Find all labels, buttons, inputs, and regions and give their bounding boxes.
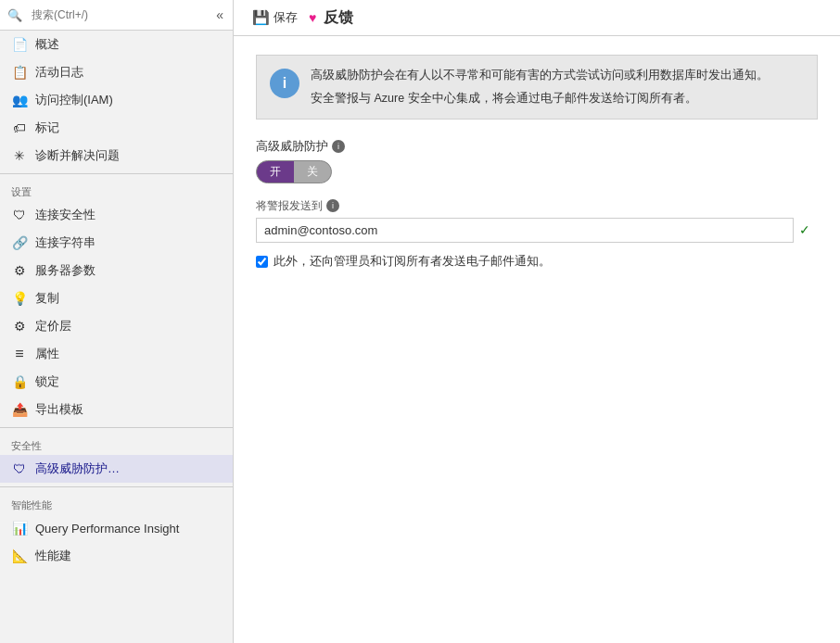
sidebar: 🔍 « 📄 概述 📋 活动日志 👥 访问控制(IAM) 🏷 标记 ✳ 诊断并解决… (0, 0, 234, 643)
connection-security-icon: 🛡 (11, 207, 28, 223)
page-title: 反馈 (324, 8, 353, 28)
sidebar-item-advanced-threat[interactable]: 🛡 高级威胁防护… (0, 455, 233, 483)
sidebar-item-perf-build[interactable]: 📐 性能建 (0, 542, 233, 570)
tags-icon: 🏷 (11, 120, 28, 136)
security-section-label: 安全性 (0, 432, 233, 455)
sidebar-item-properties[interactable]: ≡ 属性 (0, 340, 233, 368)
save-icon: 💾 (252, 9, 270, 26)
overview-icon: 📄 (11, 36, 28, 53)
notify-checkbox[interactable] (256, 256, 268, 268)
collapse-button[interactable]: « (214, 7, 225, 22)
perf-build-icon: 📐 (11, 548, 28, 564)
sidebar-item-tags[interactable]: 🏷 标记 (0, 114, 233, 142)
sidebar-item-iam[interactable]: 👥 访问控制(IAM) (0, 86, 233, 114)
content-area: i 高级威胁防护会在有人以不寻常和可能有害的方式尝试访问或利用数据库时发出通知。… (234, 36, 840, 643)
replication-icon: 💡 (11, 290, 28, 307)
threat-protection-info-icon[interactable]: i (332, 140, 345, 153)
toggle-off-option[interactable]: 关 (294, 161, 331, 183)
sidebar-search-bar[interactable]: 🔍 « (0, 0, 233, 31)
toggle-container: 开 关 (256, 160, 818, 183)
save-button[interactable]: 💾 保存 (248, 7, 301, 28)
toolbar: 💾 保存 ♥ 反馈 (234, 0, 840, 36)
advanced-threat-icon: 🛡 (11, 460, 28, 477)
toggle-on-option[interactable]: 开 (257, 161, 294, 183)
email-input-wrapper: ✓ (256, 218, 818, 243)
intelligence-section-label: 智能性能 (0, 491, 233, 514)
search-icon: 🔍 (7, 8, 22, 22)
iam-icon: 👥 (11, 92, 28, 108)
locks-icon: 🔒 (11, 373, 28, 390)
sidebar-item-pricing[interactable]: ⚙ 定价层 (0, 312, 233, 340)
info-banner: i 高级威胁防护会在有人以不寻常和可能有害的方式尝试访问或利用数据库时发出通知。… (256, 55, 818, 120)
sidebar-item-replication[interactable]: 💡 复制 (0, 284, 233, 312)
sidebar-item-locks[interactable]: 🔒 锁定 (0, 368, 233, 396)
export-template-icon: 📤 (11, 401, 28, 418)
info-icon: i (270, 69, 299, 98)
sidebar-item-connection-security[interactable]: 🛡 连接安全性 (0, 201, 233, 229)
query-perf-icon: 📊 (11, 520, 28, 536)
sidebar-item-connection-strings[interactable]: 🔗 连接字符串 (0, 229, 233, 257)
search-input[interactable] (26, 6, 210, 24)
toggle-switch[interactable]: 开 关 (256, 160, 332, 183)
sidebar-item-server-params[interactable]: ⚙ 服务器参数 (0, 257, 233, 284)
feedback-icon: ♥ (309, 10, 316, 25)
properties-icon: ≡ (11, 346, 28, 362)
pricing-icon: ⚙ (11, 318, 28, 334)
connection-strings-icon: 🔗 (11, 234, 28, 251)
server-params-icon: ⚙ (11, 262, 28, 279)
email-check-icon: ✓ (799, 222, 810, 237)
sidebar-item-query-perf[interactable]: 📊 Query Performance Insight (0, 514, 233, 542)
sidebar-item-diagnose[interactable]: ✳ 诊断并解决问题 (0, 142, 233, 170)
email-label: 将警报发送到 i (256, 198, 818, 214)
email-input[interactable] (256, 218, 794, 243)
email-info-icon[interactable]: i (326, 199, 339, 212)
info-banner-text: 高级威胁防护会在有人以不寻常和可能有害的方式尝试访问或利用数据库时发出通知。 安… (311, 67, 769, 107)
checkbox-row: 此外，还向管理员和订阅所有者发送电子邮件通知。 (256, 254, 818, 270)
diagnose-icon: ✳ (11, 147, 28, 164)
activity-log-icon: 📋 (11, 64, 28, 81)
main-content: 💾 保存 ♥ 反馈 i 高级威胁防护会在有人以不寻常和可能有害的方式尝试访问或利… (234, 0, 840, 643)
settings-section-label: 设置 (0, 178, 233, 201)
sidebar-item-export-template[interactable]: 📤 导出模板 (0, 396, 233, 423)
sidebar-item-overview[interactable]: 📄 概述 (0, 31, 233, 58)
sidebar-item-activity-log[interactable]: 📋 活动日志 (0, 58, 233, 86)
threat-protection-label: 高级威胁防护 i (256, 138, 818, 155)
